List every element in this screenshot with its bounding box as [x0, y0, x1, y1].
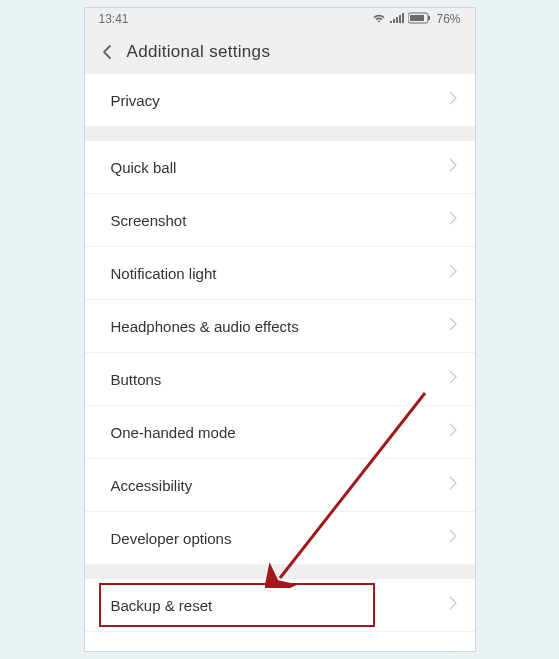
phone-screen: 13:41 76% Additional settings Privacy: [84, 7, 476, 652]
battery-icon: [408, 12, 432, 27]
chevron-right-icon: [449, 211, 457, 229]
svg-rect-1: [428, 16, 430, 20]
section-divider: [85, 565, 475, 579]
chevron-right-icon: [449, 158, 457, 176]
chevron-right-icon: [449, 370, 457, 388]
battery-percent: 76%: [436, 12, 460, 26]
chevron-right-icon: [449, 317, 457, 335]
list-item-notification-light[interactable]: Notification light: [85, 247, 475, 300]
chevron-right-icon: [449, 650, 457, 653]
item-label: Screenshot: [111, 212, 187, 229]
item-label: Developer options: [111, 530, 232, 547]
status-time: 13:41: [99, 12, 129, 26]
item-label: One-handed mode: [111, 424, 236, 441]
list-item-quick-ball[interactable]: Quick ball: [85, 141, 475, 194]
list-item-buttons[interactable]: Buttons: [85, 353, 475, 406]
list-item-screenshot[interactable]: Screenshot: [85, 194, 475, 247]
item-label: Quick ball: [111, 159, 177, 176]
chevron-right-icon: [449, 91, 457, 109]
list-item-privacy[interactable]: Privacy: [85, 74, 475, 127]
status-indicators: 76%: [372, 12, 460, 27]
item-label: Mi Mover: [111, 650, 173, 652]
back-icon[interactable]: [95, 40, 119, 64]
status-bar: 13:41 76%: [85, 8, 475, 30]
settings-list: Privacy Quick ball Screenshot Notificati…: [85, 74, 475, 652]
item-label: Notification light: [111, 265, 217, 282]
list-item-backup-reset[interactable]: Backup & reset: [85, 579, 475, 632]
chevron-right-icon: [449, 596, 457, 614]
item-label: Privacy: [111, 92, 160, 109]
chevron-right-icon: [449, 476, 457, 494]
chevron-right-icon: [449, 529, 457, 547]
list-item-accessibility[interactable]: Accessibility: [85, 459, 475, 512]
item-label: Headphones & audio effects: [111, 318, 299, 335]
item-label: Backup & reset: [111, 597, 213, 614]
wifi-icon: [372, 12, 386, 27]
item-label: Buttons: [111, 371, 162, 388]
list-item-developer-options[interactable]: Developer options: [85, 512, 475, 565]
header: Additional settings: [85, 30, 475, 74]
list-item-mi-mover[interactable]: Mi Mover: [85, 632, 475, 652]
signal-icon: [390, 12, 404, 26]
list-item-headphones-audio[interactable]: Headphones & audio effects: [85, 300, 475, 353]
item-label: Accessibility: [111, 477, 193, 494]
chevron-right-icon: [449, 264, 457, 282]
list-item-one-handed[interactable]: One-handed mode: [85, 406, 475, 459]
chevron-right-icon: [449, 423, 457, 441]
section-divider: [85, 127, 475, 141]
svg-rect-2: [410, 15, 424, 21]
page-title: Additional settings: [127, 42, 271, 62]
